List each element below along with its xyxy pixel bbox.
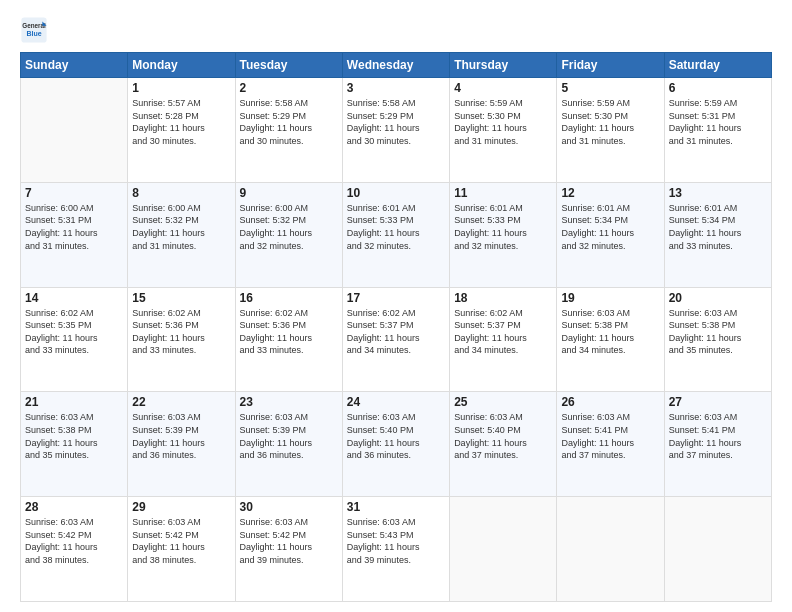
day-number: 28 (25, 500, 123, 514)
day-info: Sunrise: 5:59 AM Sunset: 5:30 PM Dayligh… (454, 97, 552, 147)
calendar-cell: 11Sunrise: 6:01 AM Sunset: 5:33 PM Dayli… (450, 182, 557, 287)
calendar-cell: 1Sunrise: 5:57 AM Sunset: 5:28 PM Daylig… (128, 78, 235, 183)
day-info: Sunrise: 6:03 AM Sunset: 5:42 PM Dayligh… (132, 516, 230, 566)
day-number: 26 (561, 395, 659, 409)
day-number: 6 (669, 81, 767, 95)
calendar-cell: 4Sunrise: 5:59 AM Sunset: 5:30 PM Daylig… (450, 78, 557, 183)
day-info: Sunrise: 6:01 AM Sunset: 5:34 PM Dayligh… (669, 202, 767, 252)
calendar-cell: 10Sunrise: 6:01 AM Sunset: 5:33 PM Dayli… (342, 182, 449, 287)
svg-text:Blue: Blue (26, 30, 41, 37)
calendar-cell: 17Sunrise: 6:02 AM Sunset: 5:37 PM Dayli… (342, 287, 449, 392)
day-info: Sunrise: 6:02 AM Sunset: 5:37 PM Dayligh… (347, 307, 445, 357)
calendar-cell: 23Sunrise: 6:03 AM Sunset: 5:39 PM Dayli… (235, 392, 342, 497)
day-number: 31 (347, 500, 445, 514)
day-number: 11 (454, 186, 552, 200)
calendar-cell: 6Sunrise: 5:59 AM Sunset: 5:31 PM Daylig… (664, 78, 771, 183)
calendar-cell: 25Sunrise: 6:03 AM Sunset: 5:40 PM Dayli… (450, 392, 557, 497)
calendar-cell (664, 497, 771, 602)
day-number: 27 (669, 395, 767, 409)
header: General Blue (20, 16, 772, 44)
calendar-cell: 26Sunrise: 6:03 AM Sunset: 5:41 PM Dayli… (557, 392, 664, 497)
day-number: 20 (669, 291, 767, 305)
day-info: Sunrise: 6:02 AM Sunset: 5:37 PM Dayligh… (454, 307, 552, 357)
calendar-cell: 22Sunrise: 6:03 AM Sunset: 5:39 PM Dayli… (128, 392, 235, 497)
day-number: 30 (240, 500, 338, 514)
day-info: Sunrise: 5:58 AM Sunset: 5:29 PM Dayligh… (240, 97, 338, 147)
calendar-cell: 8Sunrise: 6:00 AM Sunset: 5:32 PM Daylig… (128, 182, 235, 287)
calendar-cell: 13Sunrise: 6:01 AM Sunset: 5:34 PM Dayli… (664, 182, 771, 287)
day-number: 25 (454, 395, 552, 409)
day-number: 14 (25, 291, 123, 305)
calendar-cell: 20Sunrise: 6:03 AM Sunset: 5:38 PM Dayli… (664, 287, 771, 392)
calendar-week-4: 28Sunrise: 6:03 AM Sunset: 5:42 PM Dayli… (21, 497, 772, 602)
general-blue-icon: General Blue (20, 16, 48, 44)
calendar-cell: 19Sunrise: 6:03 AM Sunset: 5:38 PM Dayli… (557, 287, 664, 392)
day-number: 17 (347, 291, 445, 305)
day-number: 2 (240, 81, 338, 95)
day-info: Sunrise: 6:03 AM Sunset: 5:38 PM Dayligh… (561, 307, 659, 357)
day-number: 24 (347, 395, 445, 409)
day-info: Sunrise: 6:03 AM Sunset: 5:41 PM Dayligh… (669, 411, 767, 461)
day-number: 23 (240, 395, 338, 409)
day-info: Sunrise: 5:58 AM Sunset: 5:29 PM Dayligh… (347, 97, 445, 147)
calendar-cell: 29Sunrise: 6:03 AM Sunset: 5:42 PM Dayli… (128, 497, 235, 602)
weekday-wednesday: Wednesday (342, 53, 449, 78)
day-number: 3 (347, 81, 445, 95)
day-number: 9 (240, 186, 338, 200)
weekday-tuesday: Tuesday (235, 53, 342, 78)
day-info: Sunrise: 5:57 AM Sunset: 5:28 PM Dayligh… (132, 97, 230, 147)
day-info: Sunrise: 6:02 AM Sunset: 5:36 PM Dayligh… (240, 307, 338, 357)
day-info: Sunrise: 6:03 AM Sunset: 5:39 PM Dayligh… (132, 411, 230, 461)
day-number: 8 (132, 186, 230, 200)
calendar-cell: 18Sunrise: 6:02 AM Sunset: 5:37 PM Dayli… (450, 287, 557, 392)
calendar-table: SundayMondayTuesdayWednesdayThursdayFrid… (20, 52, 772, 602)
day-number: 7 (25, 186, 123, 200)
calendar-body: 1Sunrise: 5:57 AM Sunset: 5:28 PM Daylig… (21, 78, 772, 602)
day-number: 15 (132, 291, 230, 305)
day-info: Sunrise: 6:00 AM Sunset: 5:32 PM Dayligh… (240, 202, 338, 252)
calendar-cell: 31Sunrise: 6:03 AM Sunset: 5:43 PM Dayli… (342, 497, 449, 602)
calendar-cell (557, 497, 664, 602)
day-number: 1 (132, 81, 230, 95)
day-info: Sunrise: 6:03 AM Sunset: 5:38 PM Dayligh… (25, 411, 123, 461)
day-number: 29 (132, 500, 230, 514)
day-info: Sunrise: 6:03 AM Sunset: 5:43 PM Dayligh… (347, 516, 445, 566)
calendar-cell (450, 497, 557, 602)
calendar-cell: 15Sunrise: 6:02 AM Sunset: 5:36 PM Dayli… (128, 287, 235, 392)
day-number: 4 (454, 81, 552, 95)
day-info: Sunrise: 6:03 AM Sunset: 5:42 PM Dayligh… (240, 516, 338, 566)
day-info: Sunrise: 6:00 AM Sunset: 5:32 PM Dayligh… (132, 202, 230, 252)
calendar-cell: 28Sunrise: 6:03 AM Sunset: 5:42 PM Dayli… (21, 497, 128, 602)
page: General Blue SundayMondayTuesdayWednesda… (0, 0, 792, 612)
day-number: 16 (240, 291, 338, 305)
day-info: Sunrise: 6:03 AM Sunset: 5:38 PM Dayligh… (669, 307, 767, 357)
day-info: Sunrise: 6:03 AM Sunset: 5:41 PM Dayligh… (561, 411, 659, 461)
calendar-cell: 21Sunrise: 6:03 AM Sunset: 5:38 PM Dayli… (21, 392, 128, 497)
weekday-thursday: Thursday (450, 53, 557, 78)
logo: General Blue (20, 16, 52, 44)
day-info: Sunrise: 6:03 AM Sunset: 5:40 PM Dayligh… (347, 411, 445, 461)
day-info: Sunrise: 6:03 AM Sunset: 5:39 PM Dayligh… (240, 411, 338, 461)
weekday-saturday: Saturday (664, 53, 771, 78)
weekday-monday: Monday (128, 53, 235, 78)
weekday-friday: Friday (557, 53, 664, 78)
day-number: 19 (561, 291, 659, 305)
calendar-week-0: 1Sunrise: 5:57 AM Sunset: 5:28 PM Daylig… (21, 78, 772, 183)
calendar-cell: 14Sunrise: 6:02 AM Sunset: 5:35 PM Dayli… (21, 287, 128, 392)
day-info: Sunrise: 6:00 AM Sunset: 5:31 PM Dayligh… (25, 202, 123, 252)
day-number: 18 (454, 291, 552, 305)
day-number: 22 (132, 395, 230, 409)
day-info: Sunrise: 6:03 AM Sunset: 5:40 PM Dayligh… (454, 411, 552, 461)
day-info: Sunrise: 5:59 AM Sunset: 5:30 PM Dayligh… (561, 97, 659, 147)
calendar-cell: 16Sunrise: 6:02 AM Sunset: 5:36 PM Dayli… (235, 287, 342, 392)
day-number: 5 (561, 81, 659, 95)
day-info: Sunrise: 6:02 AM Sunset: 5:36 PM Dayligh… (132, 307, 230, 357)
day-info: Sunrise: 6:03 AM Sunset: 5:42 PM Dayligh… (25, 516, 123, 566)
calendar-week-1: 7Sunrise: 6:00 AM Sunset: 5:31 PM Daylig… (21, 182, 772, 287)
day-number: 21 (25, 395, 123, 409)
calendar-cell: 30Sunrise: 6:03 AM Sunset: 5:42 PM Dayli… (235, 497, 342, 602)
calendar-cell: 12Sunrise: 6:01 AM Sunset: 5:34 PM Dayli… (557, 182, 664, 287)
calendar-cell: 2Sunrise: 5:58 AM Sunset: 5:29 PM Daylig… (235, 78, 342, 183)
calendar-cell: 3Sunrise: 5:58 AM Sunset: 5:29 PM Daylig… (342, 78, 449, 183)
day-info: Sunrise: 6:01 AM Sunset: 5:34 PM Dayligh… (561, 202, 659, 252)
